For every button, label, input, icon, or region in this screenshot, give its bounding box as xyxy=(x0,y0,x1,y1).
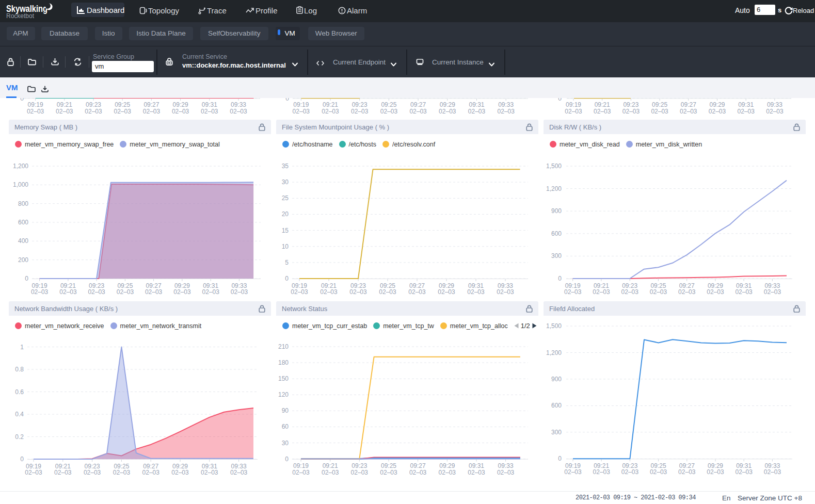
svg-text:02–03: 02–03 xyxy=(409,108,427,115)
svg-text:02–03: 02–03 xyxy=(380,108,398,115)
svg-text:02–03: 02–03 xyxy=(764,468,781,476)
svg-text:900: 900 xyxy=(551,207,562,215)
svg-text:0: 0 xyxy=(285,275,289,282)
svg-text:02–03: 02–03 xyxy=(292,469,310,476)
svg-text:02–03: 02–03 xyxy=(201,469,218,476)
svg-text:02–03: 02–03 xyxy=(27,108,44,115)
svg-text:800: 800 xyxy=(18,200,28,207)
svg-text:02–03: 02–03 xyxy=(468,469,485,476)
svg-text:02–03: 02–03 xyxy=(349,288,367,296)
svg-text:300: 300 xyxy=(551,429,562,436)
svg-text:02–03: 02–03 xyxy=(293,108,310,115)
svg-text:02–03: 02–03 xyxy=(565,108,582,115)
svg-text:02–03: 02–03 xyxy=(621,288,639,296)
svg-text:02–03: 02–03 xyxy=(564,468,582,476)
svg-text:02–03: 02–03 xyxy=(230,469,248,476)
svg-text:02–03: 02–03 xyxy=(230,108,247,115)
svg-text:02–03: 02–03 xyxy=(117,288,134,296)
svg-text:400: 400 xyxy=(18,237,28,245)
svg-text:02–03: 02–03 xyxy=(59,288,77,296)
svg-text:02–03: 02–03 xyxy=(25,469,42,476)
svg-text:02–03: 02–03 xyxy=(439,108,456,115)
svg-text:35: 35 xyxy=(282,162,289,170)
svg-text:02–03: 02–03 xyxy=(651,108,668,115)
svg-text:02–03: 02–03 xyxy=(145,288,163,296)
svg-text:0: 0 xyxy=(558,455,562,462)
svg-text:0: 0 xyxy=(20,456,24,463)
svg-text:180: 180 xyxy=(278,359,289,366)
svg-text:1: 1 xyxy=(20,344,24,351)
svg-text:02–03: 02–03 xyxy=(650,288,667,296)
svg-text:0: 0 xyxy=(558,98,562,102)
svg-text:600: 600 xyxy=(551,402,562,409)
svg-text:0: 0 xyxy=(558,275,562,282)
svg-text:02–03: 02–03 xyxy=(88,288,105,296)
svg-text:02–03: 02–03 xyxy=(497,469,515,476)
svg-text:25: 25 xyxy=(282,194,289,202)
svg-text:02–03: 02–03 xyxy=(409,469,427,476)
svg-text:02–03: 02–03 xyxy=(351,469,369,476)
svg-text:02–03: 02–03 xyxy=(143,108,161,115)
svg-text:0.2: 0.2 xyxy=(15,433,24,441)
svg-text:02–03: 02–03 xyxy=(202,288,220,296)
svg-text:200: 200 xyxy=(18,256,28,264)
svg-text:02–03: 02–03 xyxy=(680,108,697,115)
svg-text:02–03: 02–03 xyxy=(736,468,753,476)
svg-text:210: 210 xyxy=(278,343,289,350)
svg-text:02–03: 02–03 xyxy=(498,108,515,115)
svg-text:02–03: 02–03 xyxy=(201,108,218,115)
svg-text:30: 30 xyxy=(282,440,289,447)
svg-text:02–03: 02–03 xyxy=(408,288,426,296)
svg-text:0: 0 xyxy=(285,98,289,102)
svg-text:02–03: 02–03 xyxy=(379,288,396,296)
svg-text:120: 120 xyxy=(278,391,289,398)
svg-text:02–03: 02–03 xyxy=(231,288,248,296)
svg-text:02–03: 02–03 xyxy=(650,468,667,476)
svg-text:02–03: 02–03 xyxy=(622,108,640,115)
svg-text:02–03: 02–03 xyxy=(172,108,189,115)
svg-text:1,000: 1,000 xyxy=(13,181,28,188)
svg-text:30: 30 xyxy=(282,178,289,186)
svg-text:02–03: 02–03 xyxy=(56,108,73,115)
svg-text:02–03: 02–03 xyxy=(621,468,639,476)
svg-text:02–03: 02–03 xyxy=(380,469,397,476)
svg-text:02–03: 02–03 xyxy=(467,288,485,296)
svg-text:150: 150 xyxy=(278,375,289,382)
svg-text:02–03: 02–03 xyxy=(113,469,131,476)
svg-text:02–03: 02–03 xyxy=(468,108,486,115)
svg-text:02–03: 02–03 xyxy=(593,468,611,476)
svg-text:90: 90 xyxy=(282,407,289,414)
svg-text:02–03: 02–03 xyxy=(564,288,582,296)
svg-text:02–03: 02–03 xyxy=(85,108,102,115)
svg-text:02–03: 02–03 xyxy=(678,288,696,296)
svg-text:02–03: 02–03 xyxy=(84,469,101,476)
svg-text:1,200: 1,200 xyxy=(546,185,562,192)
svg-text:15: 15 xyxy=(282,227,289,234)
svg-text:02–03: 02–03 xyxy=(707,468,724,476)
svg-text:02–03: 02–03 xyxy=(439,469,456,476)
svg-text:1,500: 1,500 xyxy=(546,322,562,330)
svg-text:02–03: 02–03 xyxy=(707,288,724,296)
svg-text:1,200: 1,200 xyxy=(546,349,562,356)
svg-text:02–03: 02–03 xyxy=(594,108,611,115)
svg-text:02–03: 02–03 xyxy=(322,469,339,476)
svg-text:02–03: 02–03 xyxy=(171,469,189,476)
svg-text:02–03: 02–03 xyxy=(766,108,784,115)
svg-text:02–03: 02–03 xyxy=(497,288,514,296)
svg-text:900: 900 xyxy=(551,376,562,383)
svg-text:1,500: 1,500 xyxy=(546,162,562,170)
svg-text:02–03: 02–03 xyxy=(320,288,338,296)
svg-text:02–03: 02–03 xyxy=(114,108,132,115)
svg-text:600: 600 xyxy=(18,219,28,226)
svg-text:02–03: 02–03 xyxy=(322,108,339,115)
svg-text:0: 0 xyxy=(285,456,289,463)
svg-text:0.4: 0.4 xyxy=(15,411,24,418)
svg-text:5: 5 xyxy=(285,259,289,266)
svg-text:300: 300 xyxy=(551,252,562,259)
svg-text:0: 0 xyxy=(20,98,24,102)
svg-text:0.6: 0.6 xyxy=(15,388,24,396)
svg-text:600: 600 xyxy=(551,230,562,237)
svg-text:1,200: 1,200 xyxy=(13,162,28,170)
svg-text:10: 10 xyxy=(282,243,289,250)
svg-text:02–03: 02–03 xyxy=(678,468,696,476)
